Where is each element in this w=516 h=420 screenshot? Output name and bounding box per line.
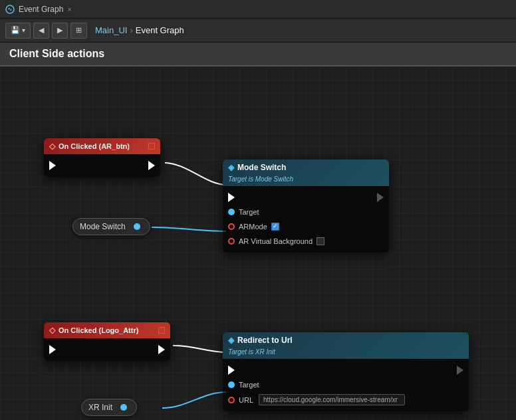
func-icon-2: ◈ (228, 336, 234, 345)
forward-button[interactable]: ▶ (52, 23, 68, 39)
func-node-redirect-url-body: Target URL (223, 359, 469, 411)
armode-pin (228, 223, 235, 230)
section-title: Client Side actions (9, 48, 104, 59)
event-graph-icon (5, 5, 15, 14)
func-exec-out-pin-2 (457, 366, 463, 375)
func-node-mode-switch-header: ◈ Mode Switch Target is Mode Switch (223, 159, 389, 186)
save-icon: 💾 (11, 26, 20, 35)
func-target-pin-1 (228, 209, 235, 215)
event-node-logo-attr-header: ◇ On Clicked (Logo_Attr) (44, 322, 170, 338)
func-node-mode-switch-title-row: ◈ Mode Switch (228, 163, 286, 172)
func-node-mode-switch-target-row: Target (223, 205, 389, 219)
exec-out-pin-1 (148, 161, 155, 170)
mode-switch-var-pin (134, 223, 140, 230)
url-pin (228, 397, 235, 403)
event-red-square-1 (148, 143, 155, 150)
func-node-redirect-url-title: Redirect to Url (237, 336, 293, 345)
func-node-redirect-url-subtitle: Target is XR Init (228, 348, 275, 356)
event-node-logo-attr-body (44, 338, 170, 361)
url-input[interactable] (259, 394, 405, 405)
event-node-logo-attr[interactable]: ◇ On Clicked (Logo_Attr) (44, 322, 170, 361)
event-red-square-2 (158, 327, 165, 334)
save-button[interactable]: 💾 ▾ (5, 23, 31, 39)
exec-in-pin-1 (49, 161, 56, 170)
breadcrumb-root[interactable]: Main_UI (95, 25, 127, 35)
event-icon-2: ◇ (49, 326, 55, 335)
func-exec-in-pin-1 (228, 193, 235, 202)
mode-switch-var-node[interactable]: Mode Switch (72, 218, 150, 235)
grid-button[interactable]: ⊞ (70, 23, 87, 39)
event-node-ar-btn-header: ◇ On Clicked (AR_btn) (44, 138, 160, 154)
event-node-logo-attr-title: On Clicked (Logo_Attr) (59, 326, 138, 334)
arvbg-checkbox[interactable] (317, 237, 324, 245)
func-node-mode-switch-exec-row (223, 190, 389, 205)
func-target-label-2: Target (239, 381, 259, 389)
func-node-redirect-target-row: Target (223, 377, 469, 392)
func-exec-out-pin-1 (377, 193, 384, 202)
close-button[interactable]: × (67, 5, 71, 13)
func-node-mode-switch-body: Target ARMode AR Virtual Background (223, 186, 389, 253)
toolbar: 💾 ▾ ◀ ▶ ⊞ Main_UI › Event Graph (0, 19, 516, 43)
breadcrumb: Main_UI › Event Graph (95, 25, 184, 35)
save-arrow-icon: ▾ (22, 27, 25, 34)
event-node-ar-btn-title: On Clicked (AR_btn) (59, 142, 130, 150)
func-node-url-row: URL (223, 392, 469, 407)
xr-init-var-pin (120, 404, 127, 411)
armode-label: ARMode (239, 223, 267, 231)
func-node-arvbg-row: AR Virtual Background (223, 234, 389, 249)
func-exec-in-pin-2 (228, 366, 235, 375)
func-node-mode-switch-subtitle: Target is Mode Switch (228, 175, 293, 183)
arvbg-pin (228, 238, 235, 245)
func-node-mode-switch-title: Mode Switch (237, 163, 286, 172)
title-bar-label: Event Graph (19, 5, 63, 14)
back-icon: ◀ (39, 26, 44, 35)
url-label: URL (239, 396, 253, 404)
back-button[interactable]: ◀ (33, 23, 49, 39)
section-header: Client Side actions (0, 43, 516, 66)
func-node-mode-switch[interactable]: ◈ Mode Switch Target is Mode Switch Targ… (223, 159, 389, 253)
event-node-ar-btn[interactable]: ◇ On Clicked (AR_btn) (44, 138, 160, 177)
func-target-pin-2 (228, 381, 235, 388)
event-icon-1: ◇ (49, 142, 55, 151)
exec-in-pin-2 (49, 345, 56, 354)
exec-out-pin-2 (158, 345, 165, 354)
event-node-ar-btn-exec-row (44, 158, 160, 173)
func-node-redirect-exec-row (223, 363, 469, 377)
event-node-logo-attr-exec-row (44, 342, 170, 357)
mode-switch-var-label: Mode Switch (80, 222, 126, 231)
graph-canvas[interactable]: ◇ On Clicked (AR_btn) Mode Switch ◈ Mode… (0, 66, 516, 420)
func-node-redirect-url-title-row: ◈ Redirect to Url (228, 336, 293, 345)
breadcrumb-current: Event Graph (136, 25, 184, 35)
grid-icon: ⊞ (76, 26, 82, 35)
func-node-redirect-url-header: ◈ Redirect to Url Target is XR Init (223, 332, 469, 359)
xr-init-var-node[interactable]: XR Init (81, 399, 137, 416)
breadcrumb-separator: › (130, 25, 132, 35)
forward-icon: ▶ (57, 26, 63, 35)
func-target-label-1: Target (239, 208, 259, 216)
title-bar: Event Graph × (0, 0, 516, 19)
func-icon-1: ◈ (228, 163, 234, 172)
arvbg-label: AR Virtual Background (239, 237, 313, 245)
func-node-armode-row: ARMode (223, 219, 389, 234)
func-node-redirect-url[interactable]: ◈ Redirect to Url Target is XR Init Targ… (223, 332, 469, 411)
armode-checkbox[interactable] (271, 223, 279, 231)
event-node-ar-btn-body (44, 154, 160, 177)
xr-init-var-label: XR Init (88, 403, 112, 412)
